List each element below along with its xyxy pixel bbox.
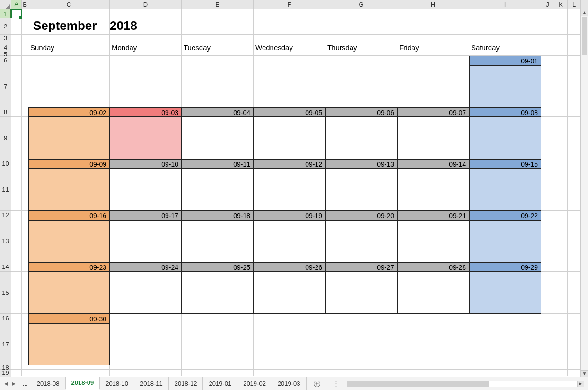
col-header-A[interactable]: A bbox=[11, 0, 22, 9]
cal-body-09-06[interactable] bbox=[325, 117, 397, 159]
row-header-16[interactable]: 16 bbox=[0, 314, 11, 323]
sheet-tab-2019-02[interactable]: 2019-02 bbox=[237, 377, 272, 390]
cal-date-09-21[interactable]: 09-21 bbox=[397, 211, 469, 220]
sheet-tab-2019-01[interactable]: 2019-01 bbox=[202, 377, 237, 390]
row-header-14[interactable]: 14 bbox=[0, 262, 11, 272]
cal-date-09-18[interactable]: 09-18 bbox=[182, 211, 254, 220]
cal-body-09-15[interactable] bbox=[469, 168, 541, 211]
cal-body-09-10[interactable] bbox=[110, 168, 182, 211]
cal-date-09-30[interactable]: 09-30 bbox=[28, 314, 110, 323]
tab-nav-next-icon[interactable]: ► bbox=[10, 381, 17, 387]
tab-nav-prev-icon[interactable]: ◄ bbox=[3, 381, 9, 387]
cal-date-09-11[interactable]: 09-11 bbox=[182, 159, 254, 168]
sheet-tab-2018-08[interactable]: 2018-08 bbox=[31, 377, 66, 390]
cal-date-09-08[interactable]: 09-08 bbox=[469, 107, 541, 117]
row-header-13[interactable]: 13 bbox=[0, 220, 11, 262]
cal-date-09-20[interactable]: 09-20 bbox=[325, 211, 397, 220]
row-header-15[interactable]: 15 bbox=[0, 272, 11, 314]
cal-body-09-03[interactable] bbox=[110, 117, 182, 159]
cal-body-09-26[interactable] bbox=[254, 272, 325, 314]
scroll-down-icon[interactable]: ▼ bbox=[581, 370, 588, 377]
cal-date-09-09[interactable]: 09-09 bbox=[28, 159, 110, 168]
row-header-8[interactable]: 8 bbox=[0, 107, 11, 117]
cal-date-09-25[interactable]: 09-25 bbox=[182, 262, 254, 272]
sheet-tab-2018-10[interactable]: 2018-10 bbox=[99, 377, 134, 390]
sheet-tab-2018-11[interactable]: 2018-11 bbox=[134, 377, 169, 390]
tab-overflow-ellipsis[interactable]: ... bbox=[20, 380, 31, 387]
horizontal-scrollbar[interactable]: ◄ ► bbox=[347, 381, 584, 387]
cal-body-09-21[interactable] bbox=[397, 220, 469, 262]
cal-body-09-30[interactable] bbox=[28, 323, 110, 365]
cal-body-09-27[interactable] bbox=[325, 272, 397, 314]
scroll-right-icon[interactable]: ► bbox=[577, 381, 584, 387]
vertical-scrollbar[interactable]: ▲ ▼ bbox=[580, 9, 588, 377]
cal-date-09-24[interactable]: 09-24 bbox=[110, 262, 182, 272]
col-header-E[interactable]: E bbox=[182, 0, 254, 9]
cal-body-09-18[interactable] bbox=[182, 220, 254, 262]
cal-date-09-29[interactable]: 09-29 bbox=[469, 262, 541, 272]
col-header-H[interactable]: H bbox=[397, 0, 469, 9]
scroll-up-icon[interactable]: ▲ bbox=[581, 9, 588, 16]
cal-body-09-05[interactable] bbox=[254, 117, 325, 159]
row-header-2[interactable]: 2 bbox=[0, 18, 11, 35]
cal-body-09-20[interactable] bbox=[325, 220, 397, 262]
col-header-F[interactable]: F bbox=[254, 0, 325, 9]
cal-date-09-01[interactable]: 09-01 bbox=[469, 56, 541, 65]
cal-date-09-17[interactable]: 09-17 bbox=[110, 211, 182, 220]
row-header-7[interactable]: 7 bbox=[0, 65, 11, 107]
cal-body-09-08[interactable] bbox=[469, 117, 541, 159]
worksheet-area[interactable]: September 2018 SundayMondayTuesdayWednes… bbox=[11, 9, 588, 377]
sheet-tab-2018-09[interactable]: 2018-09 bbox=[65, 377, 100, 390]
cal-body-09-19[interactable] bbox=[254, 220, 325, 262]
cal-body-09-07[interactable] bbox=[397, 117, 469, 159]
select-all-corner[interactable] bbox=[0, 0, 11, 9]
cal-body-09-16[interactable] bbox=[28, 220, 110, 262]
cal-date-09-03[interactable]: 09-03 bbox=[110, 107, 182, 117]
cal-date-09-26[interactable]: 09-26 bbox=[254, 262, 325, 272]
row-header-17[interactable]: 17 bbox=[0, 323, 11, 365]
col-header-B[interactable]: B bbox=[22, 0, 28, 9]
cal-date-09-28[interactable]: 09-28 bbox=[397, 262, 469, 272]
row-header-6[interactable]: 6 bbox=[0, 56, 11, 65]
col-header-I[interactable]: I bbox=[469, 0, 541, 9]
add-sheet-button[interactable] bbox=[311, 380, 323, 388]
cal-body-09-24[interactable] bbox=[110, 272, 182, 314]
cal-body-09-12[interactable] bbox=[254, 168, 325, 211]
cal-date-09-13[interactable]: 09-13 bbox=[325, 159, 397, 168]
vscroll-thumb[interactable] bbox=[582, 17, 587, 55]
cal-date-09-19[interactable]: 09-19 bbox=[254, 211, 325, 220]
cal-body-09-11[interactable] bbox=[182, 168, 254, 211]
active-cell[interactable] bbox=[11, 9, 22, 18]
cal-date-09-23[interactable]: 09-23 bbox=[28, 262, 110, 272]
cal-date-09-22[interactable]: 09-22 bbox=[469, 211, 541, 220]
cal-date-09-14[interactable]: 09-14 bbox=[397, 159, 469, 168]
cal-body-09-28[interactable] bbox=[397, 272, 469, 314]
cal-body-09-29[interactable] bbox=[469, 272, 541, 314]
cal-date-09-27[interactable]: 09-27 bbox=[325, 262, 397, 272]
cal-date-09-16[interactable]: 09-16 bbox=[28, 211, 110, 220]
col-header-L[interactable]: L bbox=[568, 0, 581, 9]
row-header-12[interactable]: 12 bbox=[0, 211, 11, 220]
col-header-J[interactable]: J bbox=[541, 0, 554, 9]
cal-date-09-12[interactable]: 09-12 bbox=[254, 159, 325, 168]
row-header-19[interactable]: 19 bbox=[0, 370, 11, 376]
cal-body-09-04[interactable] bbox=[182, 117, 254, 159]
sheet-tab-2019-03[interactable]: 2019-03 bbox=[272, 377, 307, 390]
col-header-C[interactable]: C bbox=[28, 0, 110, 9]
row-header-9[interactable]: 9 bbox=[0, 117, 11, 159]
col-header-G[interactable]: G bbox=[325, 0, 397, 9]
cal-body-09-14[interactable] bbox=[397, 168, 469, 211]
cal-date-09-06[interactable]: 09-06 bbox=[325, 107, 397, 117]
cal-date-09-05[interactable]: 09-05 bbox=[254, 107, 325, 117]
cal-body-09-09[interactable] bbox=[28, 168, 110, 211]
row-header-10[interactable]: 10 bbox=[0, 159, 11, 168]
cal-date-09-15[interactable]: 09-15 bbox=[469, 159, 541, 168]
cal-body-09-25[interactable] bbox=[182, 272, 254, 314]
sheet-tab-2018-12[interactable]: 2018-12 bbox=[168, 377, 203, 390]
cal-body-09-02[interactable] bbox=[28, 117, 110, 159]
cal-date-09-10[interactable]: 09-10 bbox=[110, 159, 182, 168]
cal-body-09-13[interactable] bbox=[325, 168, 397, 211]
cal-date-09-07[interactable]: 09-07 bbox=[397, 107, 469, 117]
col-header-D[interactable]: D bbox=[110, 0, 182, 9]
row-header-3[interactable]: 3 bbox=[0, 35, 11, 42]
